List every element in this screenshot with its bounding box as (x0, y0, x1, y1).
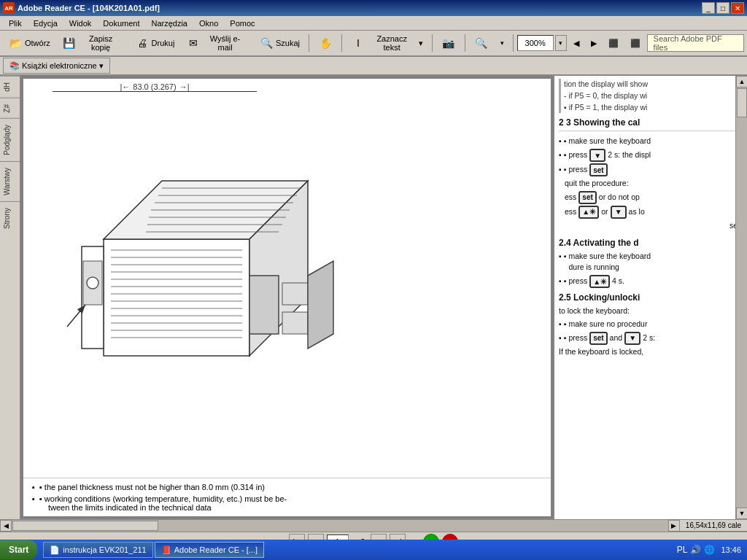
camera-button[interactable]: 📷 (436, 33, 461, 53)
start-button[interactable]: Start (0, 540, 37, 551)
search-adobe-box[interactable]: Search Adobe PDF files (647, 34, 744, 52)
scroll-thumb[interactable] (737, 88, 747, 117)
bookshelf-dropdown-icon[interactable]: ▾ (99, 61, 104, 71)
bottom-text-line1: ▪ ▪ the panel thickness must not be high… (32, 483, 542, 491)
file-icon: 📄 (50, 545, 60, 552)
zoom-in-button[interactable]: 🔍 (469, 33, 494, 53)
hscroll-thumb[interactable] (12, 521, 158, 531)
svg-rect-19 (249, 276, 279, 334)
zoom-input[interactable] (517, 35, 554, 51)
titlebar: AR Adobe Reader CE - [104K201A01.pdf] _ … (0, 0, 747, 16)
kbd-up-2: ▲✳ (589, 275, 610, 288)
separator-2 (341, 34, 342, 52)
menu-plik[interactable]: Plik (3, 18, 28, 29)
side-tab-warstwy[interactable]: Warstwy (0, 161, 20, 201)
main-toolbar: 📂 Otwórz 💾 Zapisz kopię 🖨 Drukuj ✉ Wyśli… (0, 31, 747, 57)
technical-drawing (45, 86, 337, 421)
menubar: Plik Edycja Widok Dokument Narzędzia Okn… (0, 16, 747, 31)
menu-dokument[interactable]: Dokument (97, 18, 145, 29)
bookshelf-button[interactable]: 📚 Książki elektroniczne ▾ (3, 58, 110, 74)
svg-point-18 (87, 277, 98, 289)
right-scrollbar: ▲ ▼ (735, 76, 747, 519)
taskbar-items: 📄 instrukcja EVK201_211 📕 Adobe Reader C… (40, 542, 670, 551)
menu-pomoc[interactable]: Pomoc (224, 18, 260, 29)
side-tab-strony[interactable]: Strony (0, 201, 20, 235)
pdf-right: tion the display will show - if P5 = 0, … (554, 76, 747, 519)
system-clock: 13:46 (721, 545, 741, 551)
left-panel: dH Z# Podglądy Warstwy Strony (0, 76, 20, 519)
menu-narzedzia[interactable]: Narzędzia (145, 18, 193, 29)
email-button[interactable]: ✉ Wyślij e-mail (181, 33, 252, 53)
separator-5 (513, 34, 514, 52)
horizontal-scrollbar: ◀ ▶ 16,54x11,69 cale (0, 519, 747, 531)
section-2-5: 2.5 Locking/unlocki to lock the keyboard… (559, 291, 743, 357)
hscroll-right-button[interactable]: ▶ (668, 520, 680, 532)
separator-1 (309, 34, 309, 52)
zoom-nav-fwd[interactable]: ▶ (586, 33, 602, 53)
scroll-down-button[interactable]: ▼ (736, 508, 747, 519)
kbd-set-3: set (589, 332, 607, 345)
right-text-content: tion the display will show - if P5 = 0, … (554, 76, 747, 363)
taskbar-item-1[interactable]: 📕 Adobe Reader CE - [...] (155, 542, 264, 551)
save-button[interactable]: 💾 Zapisz kopię (57, 33, 128, 53)
menu-widok[interactable]: Widok (63, 18, 98, 29)
extra-icon2: ⬛ (630, 39, 640, 48)
search-button[interactable]: 🔍 Szukaj (254, 33, 305, 53)
hand-icon: ✋ (318, 36, 333, 50)
taskbar-item-0[interactable]: 📄 instrukcja EVK201_211 (43, 542, 152, 551)
window-title: Adobe Reader CE - [104K201A01.pdf] (18, 4, 160, 12)
separator-3 (432, 34, 433, 52)
main-area: dH Z# Podglądy Warstwy Strony |← 83.0 (3… (0, 76, 747, 519)
section-2-3: 2 3 Showing the cal ▪ make sure the keyb… (559, 116, 743, 233)
svg-marker-22 (308, 261, 333, 349)
bottom-text-section: ▪ ▪ the panel thickness must not be high… (23, 478, 551, 516)
kbd-set-2: set (578, 191, 596, 204)
menu-okno[interactable]: Okno (193, 18, 224, 29)
hscroll-track (12, 520, 668, 532)
zoom-out-button[interactable]: ▾ (495, 33, 509, 53)
magnify-icon: 🔍 (474, 36, 489, 50)
scroll-track (736, 88, 747, 508)
svg-marker-0 (104, 239, 249, 356)
pdf-left: |← 83.0 (3.267) →| (20, 76, 554, 519)
zoom-control: ▾ (517, 35, 567, 51)
taskbar-right: PL 🔊 🌐 13:46 (671, 545, 747, 551)
side-tab-z[interactable]: Z# (0, 98, 20, 119)
bookshelf-toolbar: 📚 Książki elektroniczne ▾ (0, 57, 747, 76)
toolbar-btn-extra2[interactable]: ⬛ (625, 33, 646, 53)
save-icon: 💾 (62, 36, 77, 50)
kbd-set-1: set (589, 163, 607, 176)
email-icon: ✉ (186, 36, 201, 50)
side-tab-podglady[interactable]: Podglądy (0, 118, 20, 161)
hand-tool-button[interactable]: ✋ (313, 33, 338, 53)
camera-icon: 📷 (441, 36, 456, 50)
maximize-button[interactable]: □ (716, 2, 729, 14)
hscroll-left-button[interactable]: ◀ (0, 520, 12, 532)
taskbar: Start 📄 instrukcja EVK201_211 📕 Adobe Re… (0, 540, 747, 551)
scroll-up-button[interactable]: ▲ (736, 76, 747, 88)
print-icon: 🖨 (135, 36, 150, 50)
close-button[interactable]: ✕ (731, 2, 744, 14)
print-button[interactable]: 🖨 Drukuj (130, 33, 180, 53)
locale-label: PL (677, 545, 688, 551)
select-dropdown-icon[interactable]: ▾ (419, 39, 423, 48)
pdf-page-left: |← 83.0 (3.267) →| (23, 79, 551, 516)
network-icon: 🌐 (704, 545, 715, 551)
select-text-button[interactable]: I Zaznacz tekst ▾ (346, 33, 428, 53)
minimize-button[interactable]: _ (702, 2, 715, 14)
zoom-nav-back[interactable]: ◀ (568, 33, 584, 53)
extra-icon1: ⬛ (608, 39, 619, 48)
page-size-label: 16,54x11,69 cale (680, 521, 747, 529)
menu-edycja[interactable]: Edycja (28, 18, 63, 29)
toolbar-btn-extra1[interactable]: ⬛ (603, 33, 624, 53)
open-button[interactable]: 📂 Otwórz (3, 33, 55, 53)
kbd-down-3: ▼ (624, 332, 640, 345)
zoom-dropdown[interactable]: ▾ (555, 35, 567, 51)
separator-4 (465, 34, 465, 52)
side-tab-dh[interactable]: dH (0, 76, 20, 98)
bottom-text-line2: ▪ ▪ working conditions (working temperat… (32, 494, 542, 512)
kbd-down-1: ▼ (589, 149, 605, 162)
svg-rect-20 (282, 283, 308, 305)
search-icon: 🔍 (259, 36, 274, 50)
content-area: |← 83.0 (3.267) →| (20, 76, 747, 519)
